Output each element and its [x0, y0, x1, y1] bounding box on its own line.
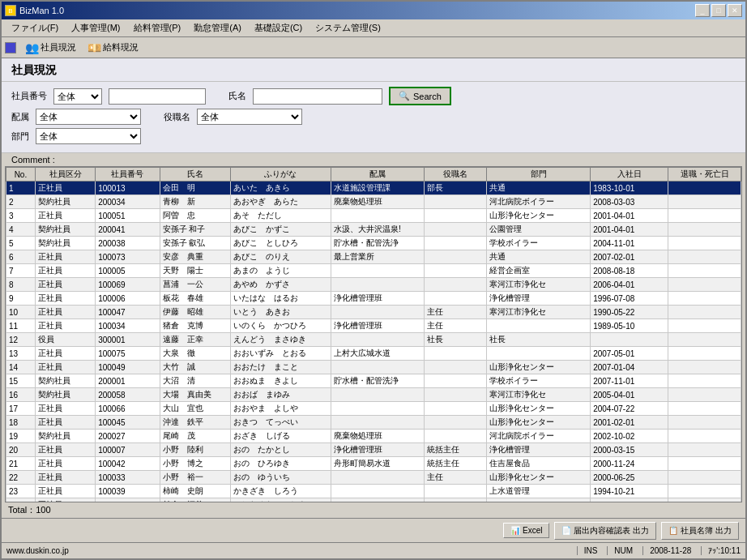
table-cell: [668, 471, 741, 485]
table-cell: 浄化槽管理班: [331, 292, 424, 306]
table-row[interactable]: 18正社員100045沖達 鉄平おきつ てっぺい山形浄化センター2001-02-…: [6, 416, 741, 430]
minimize-button[interactable]: _: [695, 4, 710, 17]
col-header-no: No.: [6, 168, 36, 182]
table-row[interactable]: 16契約社員200058大場 真由美おおば まゆみ寒河江市浄化セ2005-04-…: [6, 388, 741, 402]
table-cell: 河北病院ボイラー: [487, 430, 591, 443]
shain-select[interactable]: 全体: [53, 88, 102, 105]
table-cell: [668, 485, 741, 498]
table-cell: 1994-10-21: [591, 485, 668, 498]
table-row[interactable]: 23正社員100039柿崎 史朗かきざき しろう上水道管理1994-10-21: [6, 485, 741, 498]
excel-button[interactable]: 📊 Excel: [503, 523, 549, 538]
menu-file[interactable]: ファイル(F): [5, 20, 65, 36]
toolbar-kyuryo-label[interactable]: 給料現況: [103, 41, 139, 53]
table-cell: 300001: [96, 333, 160, 347]
table-row[interactable]: 3正社員100051阿曽 忠あそ ただし山形浄化センター2001-04-01: [6, 209, 741, 223]
close-button[interactable]: ✕: [728, 4, 742, 17]
bumon-select[interactable]: 全体: [36, 128, 141, 144]
col-header-name: 氏名: [160, 168, 230, 182]
col-header-haizoku: 配属: [331, 168, 424, 182]
table-row[interactable]: 2契約社員200034青柳 新あおやぎ あらた廃棄物処理班河北病院ボイラー200…: [6, 195, 741, 209]
menu-kyuryo[interactable]: 給料管理(P): [127, 20, 188, 36]
table-cell: 住吉屋食品: [487, 457, 591, 471]
table-cell: 浄化槽管理班: [331, 443, 424, 457]
table-row[interactable]: 11正社員100034猪倉 克博いのくら かつひろ浄化槽管理班主任1989-05…: [6, 319, 741, 333]
table-row[interactable]: 13正社員100075大泉 徹おおいずみ とおる上村大広城水道2007-05-0…: [6, 347, 741, 361]
table-cell: 貯水槽・配管洗浄: [331, 237, 424, 250]
col-header-bumon: 部門: [487, 168, 591, 182]
table-cell: 100006: [96, 292, 160, 306]
table-row[interactable]: 22正社員100033小野 裕一おの ゆういち主任山形浄化センター2000-06…: [6, 471, 741, 485]
shimei-input[interactable]: [253, 88, 382, 105]
menu-kiso[interactable]: 基礎設定(C): [248, 20, 309, 36]
todokede-button[interactable]: 📄 届出内容確認表 出力: [554, 522, 656, 540]
table-row[interactable]: 19契約社員200027尾崎 茂おざき しげる廃棄物処理班河北病院ボイラー200…: [6, 430, 741, 443]
comment-bar: Comment :: [2, 153, 745, 166]
table-row[interactable]: 9正社員100006板花 春雄いたはな はるお浄化槽管理班浄化槽管理1996-0…: [6, 292, 741, 306]
table-cell: 最上営業所: [331, 250, 424, 264]
table-cell: 1989-05-10: [591, 319, 668, 333]
table-cell: 遠藤 正幸: [160, 333, 230, 347]
table-cell: 部長: [425, 182, 487, 195]
table-cell: 23: [6, 485, 36, 498]
employee-table-container[interactable]: No. 社員区分 社員番号 氏名 ふりがな 配属 役職名 部門 入社日 退職・死…: [5, 166, 742, 502]
table-row[interactable]: 21正社員100042小野 博之おの ひろゆき舟形町簡易水道統括主任住吉屋食品2…: [6, 457, 741, 471]
table-cell: [668, 430, 741, 443]
table-cell: 板花 春雄: [160, 292, 230, 306]
table-cell: [668, 319, 741, 333]
shain-input[interactable]: [109, 88, 206, 105]
table-cell: 山形浄化センター: [487, 361, 591, 374]
content-area: 社員現況 社員番号 全体 氏名 🔍 Search 配属 全体: [2, 58, 745, 518]
table-cell: [425, 237, 487, 250]
table-cell: 6: [6, 250, 36, 264]
table-cell: [668, 223, 741, 237]
table-cell: 社長: [425, 333, 487, 347]
table-cell: あまの ようじ: [230, 264, 331, 278]
shoku-select[interactable]: 全体: [197, 109, 302, 125]
toolbar-shain-item[interactable]: 👥 社員現況: [21, 39, 80, 57]
toolbar-shain-label[interactable]: 社員現況: [41, 41, 76, 53]
maximize-button[interactable]: □: [711, 4, 726, 17]
status-date: 2008-11-28: [642, 546, 691, 555]
table-cell: おおたけ まこと: [230, 361, 331, 374]
table-cell: 100039: [96, 485, 160, 498]
table-cell: 2001-02-01: [591, 416, 668, 430]
search-button[interactable]: 🔍 Search: [389, 87, 451, 105]
shain-output-button[interactable]: 📋 社員名簿 出力: [661, 522, 739, 540]
window-controls[interactable]: _ □ ✕: [695, 4, 742, 17]
total-text: Total：100: [8, 505, 51, 515]
table-row[interactable]: 4契約社員200041安孫子 和子あびこ かずこ水汲、大井沢温泉!公園管理200…: [6, 223, 741, 237]
table-cell: [331, 388, 424, 402]
table-cell: 21: [6, 457, 36, 471]
menu-jinji[interactable]: 人事管理(M): [65, 20, 127, 36]
haifu-select[interactable]: 全体: [36, 109, 141, 125]
toolbar-kyuryo-item[interactable]: 💴 給料現況: [83, 39, 143, 57]
table-row[interactable]: 1正社員100013会田 明あいた あきら水道施設管理課部長共通1983-10-…: [6, 182, 741, 195]
table-cell: 寒河江市浄化セ: [487, 278, 591, 292]
table-row[interactable]: 12役員300001遠藤 正幸えんどう まさゆき社長社長: [6, 333, 741, 347]
table-row[interactable]: 8正社員100069菖浦 一公あやめ かずさ寒河江市浄化セ2006-04-01: [6, 278, 741, 292]
table-row[interactable]: 10正社員100047伊藤 昭雄いとう あきお主任寒河江市浄化セ1990-05-…: [6, 306, 741, 319]
menu-system[interactable]: システム管理(S): [309, 20, 387, 36]
table-cell: 山形浄化センター: [487, 471, 591, 485]
table-cell: 猪倉 克博: [160, 319, 230, 333]
status-website: www.duskin.co.jp: [6, 546, 69, 555]
table-cell: あやめ かずさ: [230, 278, 331, 292]
table-cell: 8: [6, 278, 36, 292]
table-cell: 契約社員: [35, 195, 95, 209]
table-row[interactable]: 14正社員100049大竹 誠おおたけ まこと山形浄化センター2007-01-0…: [6, 361, 741, 374]
table-cell: あそ ただし: [230, 209, 331, 223]
table-row[interactable]: 6正社員100073安彦 典重あびこ のりえ最上営業所共通2007-02-01: [6, 250, 741, 264]
table-row[interactable]: 7正社員100005天野 陽士あまの ようじ経営企画室2008-08-18: [6, 264, 741, 278]
table-cell: 水汲、大井沢温泉!: [331, 223, 424, 237]
table-row[interactable]: 17正社員100066大山 宜也おおやま よしや山形浄化センター2004-07-…: [6, 402, 741, 416]
table-cell: 契約社員: [35, 223, 95, 237]
table-cell: [425, 347, 487, 361]
table-cell: [331, 278, 424, 292]
col-header-taishoku: 退職・死亡日: [668, 168, 741, 182]
table-row[interactable]: 20正社員100007小野 陸利おの たかとし浄化槽管理班統括主任浄化槽管理20…: [6, 443, 741, 457]
table-cell: 正社員: [35, 264, 95, 278]
table-cell: おおば まゆみ: [230, 388, 331, 402]
table-row[interactable]: 15契約社員200001大沼 清おおぬま きよし貯水槽・配管洗浄学校ボイラー20…: [6, 374, 741, 388]
menu-kintai[interactable]: 勤怠管理(A): [187, 20, 248, 36]
table-row[interactable]: 5契約社員200038安孫子 叡弘あびこ としひろ貯水槽・配管洗浄学校ボイラー2…: [6, 237, 741, 250]
